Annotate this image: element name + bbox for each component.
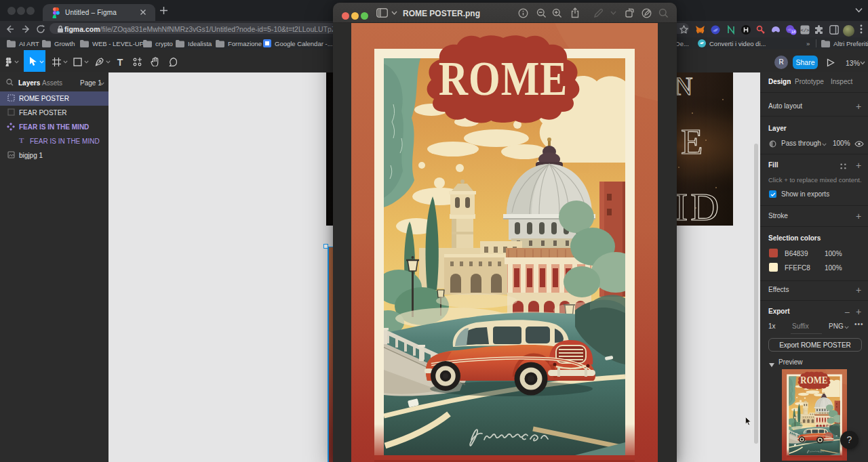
svg-text:E: E [681, 122, 703, 161]
svg-text:N: N [674, 72, 692, 100]
svg-text:</>: </> [801, 28, 810, 33]
svg-text:ID: ID [675, 185, 722, 226]
svg-text:18: 18 [791, 30, 796, 34]
